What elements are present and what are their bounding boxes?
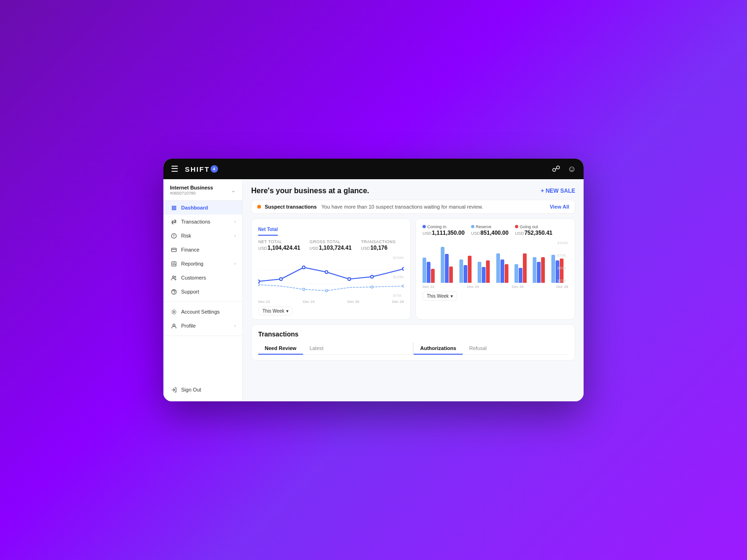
x-label: Dec 22 — [258, 300, 270, 304]
metric-currency: USD — [423, 231, 431, 236]
line-chart-card: Net Total Net Total USD1,104,424.41 Gros… — [251, 218, 411, 320]
sidebar-item-transactions[interactable]: Transactions › — [163, 215, 242, 229]
bar-light-blue — [514, 264, 518, 283]
risk-icon — [170, 232, 177, 239]
tab-refusal[interactable]: Refusal — [463, 343, 493, 355]
bar-y-labels: $100K $75K $50K $25K — [557, 241, 568, 283]
app-window: ☰ SHIFT4 ☍ ☺ Internet Business #06507107… — [163, 159, 584, 401]
business-chevron-icon[interactable]: ⌄ — [231, 187, 236, 194]
svg-point-16 — [303, 266, 305, 269]
svg-point-17 — [325, 271, 328, 273]
line-chart-tab[interactable]: Net Total — [258, 227, 278, 232]
business-info: Internet Business #0650710780 — [170, 185, 231, 196]
x-label: Dec 22 — [423, 285, 434, 289]
time-selector-bar[interactable]: This Week ▾ — [423, 292, 457, 301]
view-all-link[interactable]: View All — [550, 204, 569, 210]
brand-badge: 4 — [211, 165, 218, 173]
sidebar-item-risk[interactable]: Risk › — [163, 229, 242, 243]
bar-light-blue — [551, 255, 555, 283]
chat-icon[interactable]: ☍ — [552, 164, 560, 174]
bar-light-blue — [423, 258, 426, 283]
metric-currency: USD — [471, 231, 480, 236]
topbar-left: ☰ SHIFT4 — [171, 164, 218, 174]
svg-point-9 — [173, 324, 175, 326]
time-selector-label: This Week — [262, 308, 284, 314]
bar-dark-blue — [464, 265, 467, 283]
metric-currency: USD — [515, 231, 524, 236]
alert-banner: Suspect transactions You have more than … — [251, 200, 575, 214]
alert-dot — [257, 205, 261, 209]
time-selector-line[interactable]: This Week ▾ — [258, 307, 293, 315]
metric-currency: USD — [361, 246, 370, 251]
sidebar-item-label: Reporting — [181, 261, 204, 266]
chart-metrics: Net Total USD1,104,424.41 Gross Total US… — [258, 239, 404, 251]
tab-authorizations[interactable]: Authorizations — [414, 343, 463, 355]
svg-point-4 — [172, 276, 174, 278]
svg-point-19 — [371, 275, 374, 278]
sidebar-item-label: Dashboard — [181, 205, 208, 210]
metric-label: Gross Total — [310, 239, 352, 244]
sidebar-item-finance[interactable]: Finance — [163, 243, 242, 257]
new-sale-button[interactable]: + NEW SALE — [541, 188, 575, 194]
sidebar-item-customers[interactable]: Customers — [163, 271, 242, 285]
charts-row: Net Total Net Total USD1,104,424.41 Gros… — [251, 218, 575, 320]
dot-going-out — [515, 225, 518, 228]
bar-metrics: Coming In USD1,111,350.00 Reserve US — [423, 224, 568, 236]
dot-coming-in — [423, 225, 426, 228]
svg-point-5 — [174, 276, 176, 277]
sidebar-item-label: Transactions — [181, 219, 211, 224]
metric-amount: 1,104,424.41 — [268, 245, 300, 251]
sidebar-item-label: Account Settings — [181, 309, 220, 315]
bar-metric-label: Going out — [515, 224, 552, 229]
business-id: #0650710780 — [170, 191, 231, 196]
chevron-right-icon: › — [234, 233, 236, 238]
x-label: Dec 26 — [512, 285, 523, 289]
svg-point-8 — [173, 311, 175, 313]
profile-icon — [170, 322, 177, 329]
sidebar-item-sign-out[interactable]: Sign Out — [163, 383, 242, 397]
tab-latest[interactable]: Latest — [303, 343, 330, 355]
metric-net-total: Net Total USD1,104,424.41 — [258, 239, 300, 251]
user-icon[interactable]: ☺ — [568, 164, 576, 174]
x-label: Dec 26 — [347, 300, 359, 304]
svg-point-25 — [403, 285, 404, 287]
topbar-right: ☍ ☺ — [552, 164, 576, 174]
sidebar-item-profile[interactable]: Profile › — [163, 319, 242, 333]
bar-metric-going-out: Going out USD752,350.41 — [515, 224, 552, 236]
bar-light-blue — [441, 247, 444, 283]
tab-need-review[interactable]: Need Review — [258, 343, 303, 355]
bar-dark-blue — [445, 254, 449, 283]
bar-metric-reserve: Reserve USD851,400.00 — [471, 224, 508, 236]
sidebar-item-reporting[interactable]: Reporting › — [163, 257, 242, 271]
sidebar-item-dashboard[interactable]: ⊞ Dashboard — [163, 201, 242, 215]
metric-label: Net Total — [258, 239, 300, 244]
sidebar-item-account-settings[interactable]: Account Settings — [163, 305, 242, 319]
metric-value: USD10,176 — [361, 245, 395, 251]
support-icon — [170, 288, 177, 295]
page-title: Here's your business at a glance. — [251, 187, 369, 195]
panel-header: Here's your business at a glance. + NEW … — [251, 187, 575, 195]
sign-out-icon — [170, 386, 177, 393]
line-chart-area: $150K $125K $75K — [258, 256, 404, 298]
svg-point-23 — [325, 290, 328, 292]
bar-group — [533, 257, 550, 283]
line-chart-svg — [258, 256, 404, 298]
metric-amount: 1,111,350.00 — [432, 230, 465, 236]
time-selector-label: This Week — [427, 294, 449, 299]
dashboard-icon: ⊞ — [170, 204, 177, 211]
business-name: Internet Business — [170, 185, 231, 190]
menu-icon[interactable]: ☰ — [171, 164, 178, 174]
svg-rect-2 — [171, 248, 176, 251]
bar-group — [496, 253, 513, 283]
sidebar-item-support[interactable]: Support — [163, 285, 242, 299]
metric-amount: 752,350.41 — [524, 230, 552, 236]
bar-dark-blue — [500, 259, 504, 283]
bar-red — [486, 260, 490, 283]
metric-currency: USD — [310, 246, 318, 251]
metric-gross-total: Gross Total USD1,103,724.41 — [310, 239, 352, 251]
business-selector[interactable]: Internet Business #0650710780 ⌄ — [163, 179, 242, 201]
metric-amount: 1,103,724.41 — [319, 245, 352, 251]
bar-group — [441, 247, 458, 283]
metric-transactions: Transactions USD10,176 — [361, 239, 395, 251]
dot-reserve — [471, 225, 474, 228]
